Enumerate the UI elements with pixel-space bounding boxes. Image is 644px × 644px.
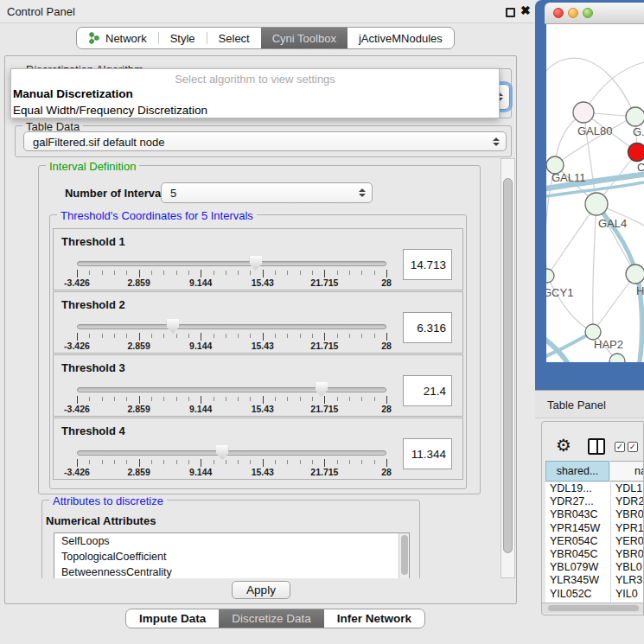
slider-handle[interactable] [249, 256, 262, 271]
threshold-4-slider[interactable]: -3.4262.8599.14415.4321.71528 [77, 418, 386, 481]
interval-definition-label: Interval Definition [46, 160, 139, 173]
node-label-partial-c: C [637, 161, 644, 174]
close-icon[interactable]: ✖ [520, 3, 531, 17]
slider-scale-labels: -3.4262.8599.14415.4321.71528 [77, 341, 386, 351]
table-row[interactable]: YER054CYER0 [545, 535, 644, 548]
table-row[interactable]: YDR27...YDR2 [545, 495, 644, 508]
attribute-item[interactable]: SelfLoops [54, 533, 409, 549]
table-row[interactable]: YBR045CYBR0 [545, 548, 644, 561]
node-partial-right-low[interactable] [626, 265, 644, 284]
node-label-hap2: HAP2 [594, 338, 623, 351]
cell-shared-name: YBR043C [550, 508, 598, 520]
slider-handle[interactable] [216, 445, 229, 460]
zoom-traffic-light-icon[interactable] [583, 8, 593, 18]
tab-discretize-data[interactable]: Discretize Data [219, 609, 324, 628]
threshold-1-slider[interactable]: -3.4262.8599.14415.4321.71528 [77, 229, 386, 291]
app-root: Control Panel ✖ Network Style Select Cyn… [0, 0, 644, 644]
table-row[interactable]: YLR345WYLR3 [545, 574, 644, 587]
column-header-name[interactable]: na [610, 461, 644, 481]
number-of-intervals-combobox[interactable]: 5 [161, 182, 373, 203]
table-row[interactable]: YBR043CYBR0 [545, 508, 644, 521]
slider-track[interactable] [77, 261, 386, 266]
tab-cyni-toolbox[interactable]: Cyni Toolbox [261, 28, 348, 48]
node-red-selected[interactable] [628, 143, 644, 162]
slider-scale-labels: -3.4262.8599.14415.4321.71528 [77, 467, 386, 477]
attribute-item[interactable]: TopologicalCoefficient [54, 549, 409, 564]
slider-track[interactable] [77, 324, 386, 329]
checkbox-icon[interactable]: ✓ [628, 442, 638, 452]
network-graph: GAL80 G. C GAL11 GAL4 GCY1 H HAP2 [546, 24, 644, 362]
threshold-3-slider[interactable]: -3.4262.8599.14415.4321.71528 [77, 355, 386, 418]
slider-handle[interactable] [315, 382, 328, 397]
slider-scale-labels: -3.4262.8599.14415.4321.71528 [77, 277, 386, 288]
threshold-2-value-field[interactable] [403, 312, 452, 343]
threshold-3-panel: Threshold 3 -3.4262.8599.14415.4321.7152… [53, 354, 463, 417]
number-of-intervals-label: Number of Intervals [62, 187, 170, 200]
table-panel: ⚙ ✓ ✓ shared... na YDL19...YDL1YDR27...Y… [541, 421, 644, 615]
table-row[interactable]: YIL052CYIL0 [545, 588, 644, 601]
float-window-icon[interactable] [506, 8, 515, 17]
node-gal80[interactable] [573, 102, 594, 123]
cell-shared-name: YBL079W [550, 561, 598, 573]
table-data-combobox[interactable]: galFiltered.sif default node [23, 131, 507, 151]
table-panel-titlebar: Table Panel [535, 390, 644, 418]
scrollbar-thumb[interactable] [401, 535, 408, 575]
close-traffic-light-icon[interactable] [553, 8, 564, 18]
gear-icon[interactable]: ⚙ [556, 437, 571, 454]
numerical-attributes-list[interactable]: SelfLoopsTopologicalCoefficientBetweenne… [54, 532, 410, 578]
slider-handle[interactable] [166, 319, 179, 334]
threshold-3-value-field[interactable] [403, 375, 452, 406]
node-partial-right-top[interactable] [626, 107, 644, 126]
cell-shared-name: YDR27... [550, 495, 594, 507]
slider-track[interactable] [77, 387, 386, 392]
column-divider [610, 482, 611, 603]
number-of-intervals-value: 5 [170, 187, 176, 200]
attribute-item[interactable]: BetweennessCentrality [54, 564, 409, 578]
node-gcy1[interactable] [546, 269, 554, 283]
panel-vertical-scrollbar[interactable] [501, 158, 515, 578]
node-gal4[interactable] [585, 193, 608, 215]
tab-jactivemnodules[interactable]: jActiveMNodules [348, 28, 454, 48]
tab-network-label: Network [105, 32, 147, 45]
slider-scale-labels: -3.4262.8599.14415.4321.71528 [77, 404, 386, 414]
cell-name: YBR0 [615, 508, 644, 520]
table-row[interactable]: YDL19...YDL1 [545, 482, 644, 495]
slider-track[interactable] [77, 450, 386, 456]
columns-icon[interactable] [588, 438, 605, 455]
tab-impute-data[interactable]: Impute Data [126, 609, 219, 628]
cell-name: YDR2 [615, 495, 644, 507]
threshold-4-panel: Threshold 4 -3.4262.8599.14415.4321.7152… [53, 418, 463, 480]
algorithm-option-equal-width[interactable]: Equal Width/Frequency Discretization [11, 102, 499, 118]
threshold-2-slider[interactable]: -3.4262.8599.14415.4321.71528 [77, 292, 386, 354]
table-horizontal-scrollbar[interactable] [542, 603, 644, 613]
minimize-traffic-light-icon[interactable] [568, 8, 578, 18]
cell-name: YER0 [615, 535, 644, 547]
threshold-1-value-field[interactable] [403, 249, 452, 280]
scrollbar-thumb[interactable] [548, 605, 639, 611]
threshold-2-panel: Threshold 2 -3.4262.8599.14415.4321.7152… [53, 291, 463, 354]
column-header-shared[interactable]: shared... [545, 461, 609, 481]
scrollbar-thumb[interactable] [503, 178, 513, 553]
table-row[interactable]: YPR145WYPR1 [545, 522, 644, 535]
tab-select[interactable]: Select [207, 28, 261, 48]
table-row[interactable]: YBL079WYBL0 [545, 561, 644, 574]
tab-network[interactable]: Network [77, 28, 158, 48]
apply-button[interactable]: Apply [232, 581, 290, 599]
tab-select-label: Select [219, 32, 250, 45]
attributes-scrollbar[interactable] [399, 533, 409, 578]
threshold-4-value-field[interactable] [403, 438, 452, 469]
cell-shared-name: YLR345W [550, 574, 599, 586]
tab-infer-network[interactable]: Infer Network [324, 609, 424, 628]
panel-title: Control Panel [7, 5, 75, 18]
threshold-1-panel: Threshold 1 -3.4262.8599.14415.4321.7152… [53, 228, 463, 290]
cell-name: YDL1 [615, 482, 642, 494]
algorithm-option-manual[interactable]: Manual Discretization [11, 86, 499, 102]
cell-name: YLR3 [615, 574, 642, 586]
table-data-value: galFiltered.sif default node [33, 135, 164, 148]
cell-name: YBR0 [615, 548, 644, 560]
network-canvas[interactable]: GAL80 G. C GAL11 GAL4 GCY1 H HAP2 [546, 24, 644, 362]
tab-style[interactable]: Style [159, 28, 207, 48]
cell-shared-name: YDL19... [550, 482, 592, 494]
numerical-attributes-title: Numerical Attributes [46, 514, 156, 527]
checkbox-icon[interactable]: ✓ [615, 442, 625, 452]
